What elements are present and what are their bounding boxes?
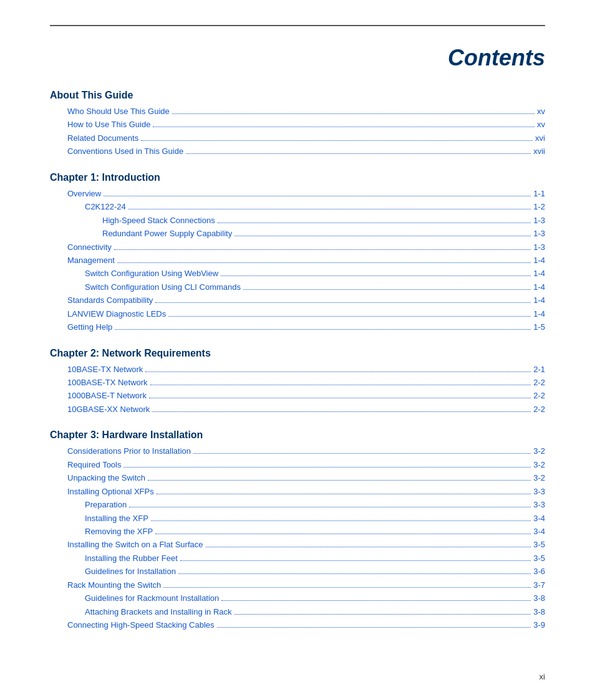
toc-dots — [235, 614, 531, 615]
toc-entry[interactable]: Required Tools3-2 — [50, 458, 545, 471]
toc-page-number: 1-4 — [533, 267, 545, 280]
toc-page-number: 3-5 — [533, 538, 545, 551]
toc-entry[interactable]: Installing Optional XFPs3-3 — [50, 485, 545, 498]
page-container: Contents About This GuideWho Should Use … — [0, 0, 595, 700]
toc-dots — [180, 560, 531, 561]
toc-entry[interactable]: Redundant Power Supply Capability1-3 — [50, 227, 545, 240]
toc-dots — [155, 534, 531, 534]
toc-page-number: 3-3 — [533, 485, 545, 498]
toc-entry[interactable]: Attaching Brackets and Installing in Rac… — [50, 605, 545, 618]
toc-dots — [221, 600, 531, 601]
toc-entry-label: Installing the Rubber Feet — [85, 552, 178, 565]
toc-page-number: 1-1 — [533, 187, 545, 200]
toc-page-number: 3-4 — [533, 525, 545, 538]
toc-dots — [243, 289, 531, 290]
toc-entry-label: Redundant Power Supply Capability — [102, 227, 232, 240]
toc-entry[interactable]: Switch Configuration Using WebView1-4 — [50, 267, 545, 280]
toc-dots — [115, 329, 531, 330]
toc-entry[interactable]: How to Use This Guidexv — [50, 118, 545, 131]
toc-dots — [235, 236, 531, 236]
toc-dots — [123, 467, 531, 467]
toc-entry-label: Rack Mounting the Switch — [67, 578, 161, 592]
toc-entry-label: Required Tools — [67, 458, 121, 471]
toc-entry-label: Installing the Switch on a Flat Surface — [67, 538, 203, 551]
toc-page-number: 1-3 — [533, 241, 545, 254]
toc-dots — [206, 547, 531, 547]
toc-entry[interactable]: Installing the XFP3-4 — [50, 512, 545, 525]
toc-entry-label: Switch Configuration Using CLI Commands — [85, 280, 241, 294]
toc-page-number: 1-3 — [533, 227, 545, 240]
toc-page-number: 3-8 — [533, 605, 545, 618]
toc-entry-label: Installing the XFP — [85, 512, 148, 525]
toc-entry[interactable]: Connectivity1-3 — [50, 241, 545, 254]
toc-dots — [114, 249, 531, 250]
toc-entry[interactable]: 10GBASE-XX Network2-2 — [50, 403, 545, 416]
toc-entry[interactable]: Rack Mounting the Switch3-7 — [50, 578, 545, 592]
toc-entry-label: Related Documents — [67, 132, 138, 145]
toc-dots — [153, 127, 535, 127]
toc-entry[interactable]: Guidelines for Rackmount Installation3-8 — [50, 592, 545, 605]
toc-dots — [152, 411, 531, 412]
toc-entry[interactable]: Switch Configuration Using CLI Commands1… — [50, 280, 545, 294]
toc-entry[interactable]: Conventions Used in This Guidexvii — [50, 145, 545, 158]
toc-page-number: 3-9 — [533, 618, 545, 631]
toc-entry[interactable]: Management1-4 — [50, 254, 545, 267]
toc-page-number: 3-3 — [533, 498, 545, 511]
toc-entry[interactable]: Preparation3-3 — [50, 498, 545, 511]
toc-entry[interactable]: Overview1-1 — [50, 187, 545, 200]
page-footer: xi — [539, 672, 545, 681]
heading-chapter-3: Chapter 3: Hardware Installation — [50, 429, 545, 441]
toc-entry-label: 1000BASE-T Network — [67, 389, 147, 402]
toc-dots — [157, 494, 531, 494]
toc-entry[interactable]: Unpacking the Switch3-2 — [50, 471, 545, 484]
toc-page-number: 2-2 — [533, 376, 545, 389]
toc-page-number: 1-4 — [533, 294, 545, 307]
toc-page-number: 1-4 — [533, 307, 545, 320]
toc-entry[interactable]: Connecting High-Speed Stacking Cables3-9 — [50, 618, 545, 631]
toc-page-number: 3-4 — [533, 512, 545, 525]
toc-entry[interactable]: Removing the XFP3-4 — [50, 525, 545, 538]
toc-entry[interactable]: Standards Compatibility1-4 — [50, 294, 545, 307]
toc-page-number: 1-5 — [533, 320, 545, 333]
toc-entry-label: Who Should Use This Guide — [67, 105, 170, 118]
toc-page-number: 3-2 — [533, 444, 545, 458]
toc-entry[interactable]: Considerations Prior to Installation3-2 — [50, 444, 545, 458]
toc-entry[interactable]: Who Should Use This Guidexv — [50, 105, 545, 118]
toc-entry-label: Getting Help — [67, 320, 112, 333]
toc-dots — [218, 223, 531, 223]
toc-dots — [172, 113, 535, 114]
toc-entry-label: Connecting High-Speed Stacking Cables — [67, 618, 215, 631]
toc-entry-label: C2K122-24 — [85, 200, 126, 213]
toc-entry-label: How to Use This Guide — [67, 118, 150, 131]
toc-dots — [128, 209, 531, 209]
toc-dots — [163, 587, 531, 588]
toc-entry-label: High-Speed Stack Connections — [102, 214, 215, 227]
toc-entry[interactable]: Guidelines for Installation3-6 — [50, 565, 545, 578]
toc-entry[interactable]: Installing the Switch on a Flat Surface3… — [50, 538, 545, 551]
toc-page-number: 3-7 — [533, 578, 545, 592]
toc-page-number: 2-2 — [533, 389, 545, 402]
toc-entry[interactable]: C2K122-241-2 — [50, 200, 545, 213]
toc-entry[interactable]: LANVIEW Diagnostic LEDs1-4 — [50, 307, 545, 320]
toc-content: About This GuideWho Should Use This Guid… — [50, 90, 545, 631]
toc-entry[interactable]: High-Speed Stack Connections1-3 — [50, 214, 545, 227]
toc-page-number: 3-8 — [533, 592, 545, 605]
toc-dots — [117, 262, 531, 263]
toc-page-number: 3-2 — [533, 458, 545, 471]
toc-page-number: xvi — [535, 132, 545, 145]
toc-entry-label: Conventions Used in This Guide — [67, 145, 183, 158]
toc-dots — [186, 153, 531, 154]
toc-page-number: xvii — [533, 145, 545, 158]
toc-entry-label: Guidelines for Rackmount Installation — [85, 592, 219, 605]
toc-entry[interactable]: 100BASE-TX Network2-2 — [50, 376, 545, 389]
toc-entry[interactable]: Installing the Rubber Feet3-5 — [50, 552, 545, 565]
toc-entry-label: Considerations Prior to Installation — [67, 444, 191, 458]
toc-entry[interactable]: 10BASE-TX Network2-1 — [50, 363, 545, 376]
toc-entry[interactable]: Getting Help1-5 — [50, 320, 545, 333]
toc-entry[interactable]: Related Documentsxvi — [50, 132, 545, 145]
toc-entry[interactable]: 1000BASE-T Network2-2 — [50, 389, 545, 402]
toc-entry-label: Unpacking the Switch — [67, 471, 145, 484]
toc-entry-label: Management — [67, 254, 115, 267]
toc-page-number: xv — [537, 118, 545, 131]
toc-entry-label: Attaching Brackets and Installing in Rac… — [85, 605, 232, 618]
